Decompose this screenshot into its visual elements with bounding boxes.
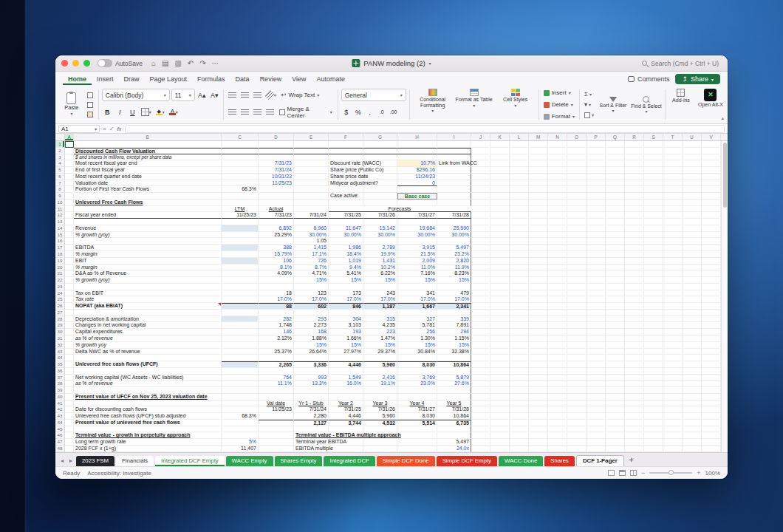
- cell-S8[interactable]: [644, 186, 663, 193]
- sort-filter-button[interactable]: Sort & Filter▾: [598, 95, 629, 115]
- cell-S11[interactable]: [644, 206, 663, 213]
- cell-E48[interactable]: EBITDA multiple: [294, 446, 329, 452]
- cell-S27[interactable]: [644, 310, 663, 316]
- cell-G1[interactable]: [363, 141, 397, 148]
- cell-P2[interactable]: [587, 148, 606, 154]
- cell-U41[interactable]: [683, 400, 702, 407]
- cell-Q4[interactable]: [606, 160, 625, 167]
- cell-S28[interactable]: [644, 316, 663, 323]
- cell-B4[interactable]: Most recent fiscal year end: [74, 160, 222, 167]
- cell-N35[interactable]: [548, 361, 567, 368]
- cell-O22[interactable]: [567, 277, 587, 284]
- cell-S19[interactable]: [644, 258, 663, 265]
- cell-O4[interactable]: [567, 160, 587, 167]
- cell-S4[interactable]: [644, 160, 663, 167]
- cell-J16[interactable]: [471, 238, 490, 245]
- cell-F16[interactable]: [329, 238, 363, 245]
- align-top-button[interactable]: [227, 89, 238, 101]
- cell-C33[interactable]: [222, 349, 259, 355]
- cell-K40[interactable]: [490, 394, 510, 400]
- cell-M9[interactable]: [529, 193, 548, 200]
- cell-G40[interactable]: [363, 394, 397, 400]
- cell-R32[interactable]: [625, 342, 644, 349]
- cell-L19[interactable]: [510, 258, 529, 265]
- cell-Q5[interactable]: [606, 167, 625, 174]
- indent-button[interactable]: [264, 106, 276, 118]
- document-title[interactable]: PANW modeling (2) ▾: [352, 59, 431, 67]
- cell-E7[interactable]: [294, 180, 329, 187]
- cell-S33[interactable]: [644, 349, 663, 355]
- cell-G9[interactable]: [363, 193, 397, 200]
- cell-R4[interactable]: [625, 160, 644, 167]
- cell-I46[interactable]: [437, 432, 471, 439]
- cell-S37[interactable]: [644, 375, 663, 381]
- cell-I36[interactable]: [437, 368, 471, 375]
- cell-T12[interactable]: [663, 212, 683, 219]
- cell-T14[interactable]: [663, 225, 683, 232]
- cell-C12[interactable]: 11/25/23: [222, 212, 259, 219]
- cell-Q32[interactable]: [606, 342, 625, 349]
- cell-G29[interactable]: 4,235: [363, 322, 397, 329]
- cell-styles-button[interactable]: Cell Styles▾: [496, 87, 536, 109]
- cell-E16[interactable]: 1.05: [294, 238, 329, 245]
- cell-S15[interactable]: [644, 232, 663, 239]
- fill-button[interactable]: ▾▾: [583, 100, 595, 109]
- cell-P21[interactable]: [587, 270, 606, 277]
- cell-D40[interactable]: [259, 394, 294, 400]
- cell-B46[interactable]: Terminal value - growth in perpetuity ap…: [74, 432, 222, 439]
- cell-I29[interactable]: 7,891: [437, 322, 471, 329]
- cell-M19[interactable]: [529, 258, 548, 265]
- cell-Q20[interactable]: [606, 265, 625, 271]
- cell-S45[interactable]: [644, 426, 663, 433]
- decrease-font-button[interactable]: A▾: [209, 89, 220, 101]
- cell-L34[interactable]: [510, 355, 529, 361]
- cell-I33[interactable]: 32.38%: [437, 349, 471, 355]
- cell-I44[interactable]: 6,735: [437, 420, 471, 426]
- cell-D21[interactable]: 4.09%: [259, 270, 294, 277]
- cell-T1[interactable]: [663, 141, 683, 148]
- cell-P22[interactable]: [587, 277, 606, 284]
- cell-A38[interactable]: [65, 381, 74, 387]
- cell-R44[interactable]: [625, 420, 644, 426]
- cell-Q38[interactable]: [606, 381, 625, 387]
- cell-J27[interactable]: [471, 310, 490, 316]
- cell-V31[interactable]: [702, 335, 721, 342]
- column-header-F[interactable]: F: [329, 134, 363, 140]
- normal-view-icon[interactable]: [608, 470, 615, 476]
- ribbon-tab-insert[interactable]: Insert: [92, 74, 119, 85]
- sheet-tab-integrated-dcf-empty[interactable]: Integrated DCF Empty: [155, 456, 225, 466]
- cell-I4[interactable]: Link from WACC: [437, 160, 471, 167]
- cell-L13[interactable]: [510, 219, 529, 225]
- cell-L16[interactable]: [510, 238, 529, 245]
- cell-A25[interactable]: [65, 296, 74, 303]
- cell-G31[interactable]: 1.47%: [363, 335, 397, 342]
- cell-V16[interactable]: [702, 238, 721, 245]
- cell-T8[interactable]: [663, 186, 683, 193]
- column-header-D[interactable]: D: [259, 134, 294, 140]
- cell-N20[interactable]: [548, 265, 567, 271]
- cell-G34[interactable]: [363, 355, 397, 361]
- cell-A26[interactable]: [65, 303, 74, 310]
- cell-T11[interactable]: [663, 206, 683, 213]
- cell-S31[interactable]: [644, 335, 663, 342]
- cell-J3[interactable]: [471, 154, 490, 161]
- cell-C45[interactable]: [222, 426, 259, 433]
- cell-F27[interactable]: [329, 310, 363, 316]
- cell-R37[interactable]: [625, 375, 644, 381]
- sheet-tab-scroll-right-icon[interactable]: ▸: [67, 457, 75, 466]
- cell-H7[interactable]: 0: [397, 180, 437, 187]
- sheet-tab-financials[interactable]: Financials: [116, 456, 154, 466]
- cell-F25[interactable]: 17.0%: [329, 296, 363, 303]
- cell-I31[interactable]: 1.15%: [437, 335, 471, 342]
- cell-G37[interactable]: 2,416: [363, 375, 397, 381]
- cell-V2[interactable]: [702, 148, 721, 154]
- autosave-toggle[interactable]: [98, 59, 112, 67]
- cell-E19[interactable]: 726: [294, 258, 329, 265]
- cell-R33[interactable]: [625, 349, 644, 355]
- cell-F12[interactable]: 7/31/25: [329, 212, 363, 219]
- column-header-P[interactable]: P: [587, 134, 606, 140]
- cell-L21[interactable]: [510, 270, 529, 277]
- cell-G43[interactable]: 5,960: [363, 413, 397, 420]
- cell-B48[interactable]: 2028 FCF x (1+g): [74, 446, 222, 452]
- cell-V14[interactable]: [702, 225, 721, 232]
